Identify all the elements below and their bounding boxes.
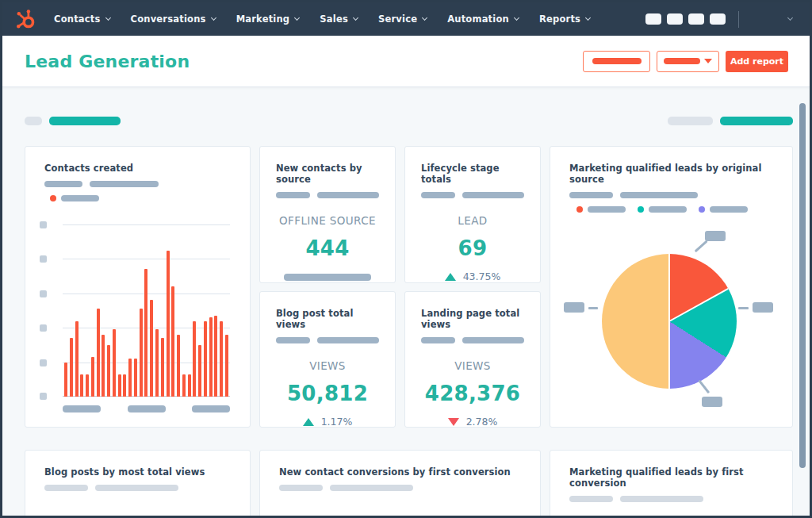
- pie-callout-line: [699, 380, 710, 393]
- bar: [214, 316, 217, 397]
- redacted-text-bar: [462, 337, 524, 343]
- navbar-divider: [738, 11, 739, 28]
- account-menu[interactable]: [783, 18, 792, 20]
- pie-callout-line: [588, 307, 598, 309]
- card-blog-posts-most-views: Blog posts by most total views: [25, 450, 251, 518]
- legend-item[interactable]: [638, 206, 687, 213]
- delta-value: 2.78%: [466, 416, 498, 428]
- card-mql-by-first-conversion: Marketing qualified leads by first conve…: [550, 450, 793, 518]
- card-title: Lifecycle stage totals: [421, 163, 524, 185]
- metric-value: 69: [405, 236, 540, 260]
- redacted-legend-label: [61, 195, 99, 201]
- metric-label: VIEWS: [260, 359, 395, 372]
- nav-label: Reports: [539, 13, 580, 25]
- bar: [140, 309, 143, 397]
- redacted-legend-label: [710, 206, 748, 213]
- chevron-down-icon: [514, 15, 519, 21]
- bar: [97, 309, 100, 397]
- pie-slice-separator: [668, 321, 670, 389]
- card-title: Blog posts by most total views: [44, 466, 231, 478]
- legend-item[interactable]: [699, 206, 748, 213]
- bar: [188, 374, 191, 397]
- page-header: Lead Generation Add report: [2, 36, 810, 87]
- card-title: New contacts by source: [276, 163, 379, 185]
- x-axis-labels: [63, 405, 230, 412]
- toolbar-icon-placeholder-3[interactable]: [688, 13, 704, 25]
- bar: [118, 374, 121, 397]
- metric-delta: 43.75%: [405, 271, 540, 282]
- nav-item-contacts[interactable]: Contacts: [54, 13, 110, 25]
- bar: [198, 345, 201, 397]
- x-tick-placeholder: [128, 405, 166, 412]
- pie-callout-label-placeholder: [702, 397, 722, 407]
- filter-placeholder[interactable]: [25, 117, 42, 125]
- legend-item[interactable]: [576, 206, 626, 213]
- nav-label: Contacts: [54, 13, 101, 25]
- dashboard-main: Contacts created: [2, 87, 810, 518]
- bar: [225, 335, 228, 397]
- toolbar-icon-placeholder-4[interactable]: [710, 13, 726, 25]
- card-lifecycle-stage-totals: Lifecycle stage totals LEAD 69 43.75%: [404, 146, 541, 283]
- legend-item[interactable]: [50, 195, 99, 201]
- vertical-scrollbar-thumb[interactable]: [799, 103, 806, 468]
- toolbar-icon-placeholder-1[interactable]: [645, 13, 661, 25]
- nav-item-sales[interactable]: Sales: [320, 13, 358, 25]
- filter-placeholder[interactable]: [668, 117, 713, 125]
- nav-item-reports[interactable]: Reports: [539, 13, 590, 25]
- cards-row-2: Blog posts by most total views New conta…: [25, 450, 793, 518]
- bar: [150, 300, 153, 397]
- nav-item-conversations[interactable]: Conversations: [131, 13, 216, 25]
- dashboard-action-dropdown[interactable]: [657, 51, 719, 72]
- y-tick-placeholder: [40, 221, 47, 228]
- legend-dot-icon: [699, 206, 705, 213]
- card-title: New contact conversions by first convers…: [279, 466, 521, 478]
- redacted-text-bar: [284, 274, 371, 281]
- pie-legend: [576, 206, 792, 213]
- top-navbar: Contacts Conversations Marketing Sales S…: [2, 2, 810, 36]
- nav-item-service[interactable]: Service: [378, 13, 427, 25]
- trend-down-icon: [448, 418, 459, 426]
- add-report-button[interactable]: Add report: [726, 51, 788, 72]
- metric-value: 50,812: [260, 382, 395, 405]
- redacted-text-bar: [279, 485, 323, 491]
- nav-item-marketing[interactable]: Marketing: [236, 13, 300, 25]
- chevron-down-icon: [353, 15, 358, 21]
- card-subtitle-placeholders: [276, 192, 379, 198]
- card-title: Marketing qualified leads by first conve…: [569, 466, 773, 489]
- metric-label: VIEWS: [405, 359, 540, 372]
- bar: [155, 329, 159, 397]
- card-title: Marketing qualified leads by original so…: [569, 163, 773, 185]
- redacted-text-bar: [44, 485, 88, 491]
- pie-callout-line: [695, 240, 708, 252]
- page-title: Lead Generation: [25, 52, 190, 71]
- pie-callout-label-placeholder: [753, 302, 773, 313]
- y-tick-placeholder: [40, 290, 47, 297]
- card-title: Contacts created: [44, 163, 231, 174]
- bar: [123, 374, 126, 397]
- card-subtitle-placeholders: [421, 192, 524, 198]
- y-tick-placeholder: [40, 393, 47, 400]
- y-tick-placeholder: [40, 359, 47, 366]
- nav-label: Automation: [447, 13, 509, 25]
- delta-value: 43.75%: [463, 271, 501, 282]
- bar: [107, 345, 110, 397]
- trend-up-icon: [303, 418, 314, 426]
- chart-legend: [50, 195, 231, 201]
- toolbar-icon-placeholder-2[interactable]: [667, 13, 683, 25]
- nav-item-automation[interactable]: Automation: [447, 13, 519, 25]
- card-subtitle-placeholders: [44, 485, 231, 491]
- bar: [128, 359, 132, 397]
- filter-placeholder-active[interactable]: [720, 117, 793, 125]
- card-contacts-created: Contacts created: [25, 146, 251, 428]
- card-subtitle-placeholders: [279, 485, 521, 491]
- redacted-text-bar: [95, 485, 178, 491]
- filter-group-right: [668, 117, 793, 125]
- dashboard-action-button-1[interactable]: [583, 51, 650, 72]
- cards-column-3: Lifecycle stage totals LEAD 69 43.75% La…: [404, 146, 541, 428]
- card-subtitle-placeholders: [569, 192, 773, 198]
- filter-placeholder-active[interactable]: [49, 117, 121, 125]
- bar: [91, 357, 94, 397]
- legend-dot-icon: [638, 206, 644, 213]
- hubspot-sprocket-logo-icon[interactable]: [15, 9, 36, 30]
- card-landing-page-total-views: Landing page total views VIEWS 428,376 2…: [404, 291, 541, 428]
